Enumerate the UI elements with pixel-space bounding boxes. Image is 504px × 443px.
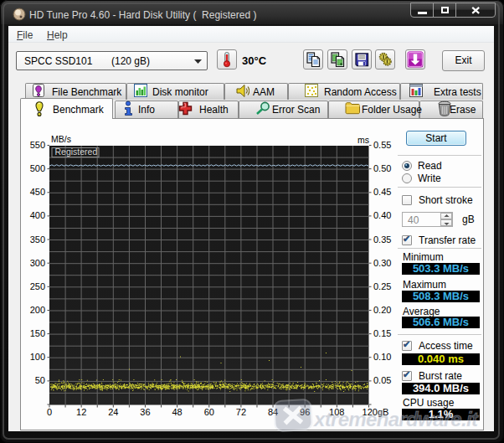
svg-text:xtremehardware.it: xtremehardware.it xyxy=(312,408,479,430)
